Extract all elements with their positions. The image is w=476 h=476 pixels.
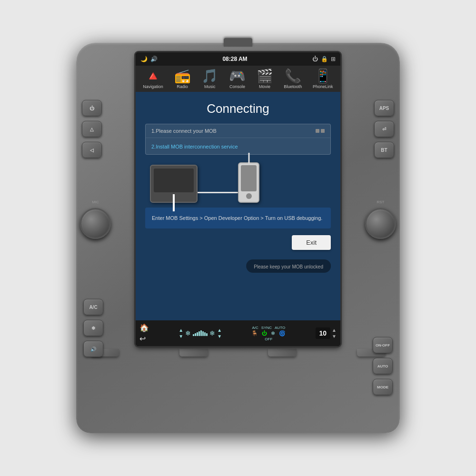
- navigation-label: Navigation: [143, 84, 163, 89]
- on-off-button-group: ON·OFF: [373, 337, 393, 353]
- main-screen: 🌙 🔊 08:28 AM ⏻ 🔒 ⊞ 🔺 Navigation 📻 Radio …: [136, 52, 340, 346]
- home-button[interactable]: 🏠: [139, 323, 149, 332]
- nav-item-movie[interactable]: 🎬 Movie: [257, 69, 273, 89]
- step1-text: 1.Please connect your MOB: [151, 128, 217, 134]
- power-climate-icon[interactable]: ⏻: [262, 330, 267, 336]
- music-label: Music: [204, 84, 216, 89]
- console-icon: 🎮: [229, 69, 246, 83]
- fan-down-arrow[interactable]: ▼: [178, 334, 183, 339]
- lock-icon: 🔒: [321, 56, 328, 62]
- bar4: [198, 331, 200, 336]
- right-side-buttons: APS ⏎ BT: [374, 100, 394, 158]
- fan-right-down-arrow[interactable]: ▼: [217, 334, 222, 339]
- usb-cable: [198, 192, 238, 193]
- fan-up-arrow[interactable]: ▲: [178, 327, 183, 333]
- temp-down-arrow[interactable]: ▼: [332, 334, 337, 339]
- temp-section: 10 ▲ ▼: [316, 327, 337, 339]
- nav-item-console[interactable]: 🎮 Console: [229, 69, 246, 89]
- on-off-button[interactable]: ON·OFF: [373, 337, 393, 353]
- fan-up-section: ▲ ▼ ❄ ❄: [178, 327, 222, 339]
- fan-arrows: ▲ ▼: [178, 327, 183, 339]
- status-bar: 🌙 🔊 08:28 AM ⏻ 🔒 ⊞: [136, 52, 340, 66]
- dot1: [316, 129, 319, 133]
- bar6: [202, 331, 204, 336]
- eject-button[interactable]: △: [82, 121, 102, 137]
- return-button-group: ⏎: [374, 121, 394, 137]
- unlock-text: Please keep your MOB unlocked: [254, 264, 323, 269]
- tablet-screen: [154, 169, 194, 192]
- layers-icon: ⊞: [331, 56, 336, 62]
- bar2: [195, 333, 196, 336]
- nav-item-radio[interactable]: 📻 Radio: [174, 69, 191, 89]
- bt-label: BT: [381, 148, 387, 153]
- dot2: [321, 129, 325, 133]
- nav-item-phonelink[interactable]: 📱 PhoneLink: [313, 69, 333, 89]
- climate-icons: 🪑 ⏻ ❄ 🌀: [251, 330, 286, 337]
- eject-button-group: △: [82, 121, 102, 137]
- left-knob[interactable]: [80, 208, 111, 239]
- fan-bars: [193, 330, 208, 336]
- temp-up-arrow[interactable]: ▲: [332, 327, 337, 333]
- back-button[interactable]: ◁: [82, 142, 102, 158]
- phone-cable-up: [248, 153, 249, 163]
- movie-icon: 🎬: [257, 69, 273, 83]
- speaker-icon: 🔊: [150, 56, 158, 62]
- nav-item-bluetooth[interactable]: 📞 Bluetooth: [284, 69, 302, 89]
- unlock-notice: Please keep your MOB unlocked: [246, 259, 331, 273]
- temp-value: 10: [316, 327, 331, 339]
- right-knob-area: RST: [365, 200, 396, 239]
- radio-label: Radio: [177, 84, 188, 89]
- seat-icon: 🪑: [251, 330, 258, 337]
- mount-tab-right1: [268, 349, 297, 357]
- phone-home-button: [246, 193, 252, 199]
- status-left: 🌙 🔊: [140, 56, 158, 62]
- bar3: [197, 332, 198, 336]
- vol-button-group: 🔊: [83, 341, 103, 357]
- cool-button[interactable]: ❄: [83, 320, 103, 336]
- fan-left-icon: ❄: [185, 329, 191, 337]
- cool-button-group: ❄: [83, 320, 103, 336]
- vol-button[interactable]: 🔊: [83, 341, 103, 357]
- step2-row: 2.Install MOB interconnection service: [146, 138, 330, 154]
- bluetooth-label: Bluetooth: [284, 84, 302, 89]
- aps-button-group: APS: [374, 100, 394, 116]
- auto-button[interactable]: AUTO: [373, 358, 393, 374]
- exit-button[interactable]: Exit: [292, 235, 331, 250]
- left-side-buttons: ⏻ △ ◁: [82, 100, 102, 158]
- main-content-area: Connecting 1.Please connect your MOB 2.I…: [136, 92, 340, 320]
- cable-area: [198, 192, 238, 193]
- nav-item-music[interactable]: 🎵 Music: [201, 69, 218, 89]
- tablet-device: [150, 165, 198, 203]
- mode-button[interactable]: MODE: [373, 379, 393, 395]
- car-head-unit: ⏻ △ ◁ APS ⏎ BT MIC RST: [76, 43, 400, 433]
- right-knob[interactable]: [365, 208, 396, 239]
- aps-button[interactable]: APS: [374, 100, 394, 116]
- movie-label: Movie: [259, 84, 270, 89]
- music-icon: 🎵: [201, 69, 218, 83]
- mic-label: MIC: [92, 200, 99, 204]
- fan-right-up-arrow[interactable]: ▲: [217, 327, 222, 333]
- tablet-cable-down: [173, 194, 175, 206]
- ac-button[interactable]: A/C: [83, 299, 103, 315]
- fan-right-arrows: ▲ ▼: [217, 327, 222, 339]
- go-back-button[interactable]: ↩: [139, 334, 149, 343]
- fan-right-icon: ❄: [209, 329, 215, 337]
- left-bottom-buttons: A/C ❄ 🔊: [83, 299, 103, 357]
- bottom-mounting-tabs: [76, 349, 400, 357]
- phonelink-icon: 📱: [315, 69, 331, 83]
- navigation-icon: 🔺: [145, 69, 161, 83]
- power-icon: ⏻: [312, 56, 318, 62]
- auto-button-group: AUTO: [373, 358, 393, 374]
- nav-item-navigation[interactable]: 🔺 Navigation: [143, 69, 163, 89]
- nav-bar: 🔺 Navigation 📻 Radio 🎵 Music 🎮 Console 🎬…: [136, 66, 340, 92]
- status-right: ⏻ 🔒 ⊞: [312, 56, 336, 62]
- bluetooth-icon: 📞: [285, 69, 301, 83]
- bar7: [204, 332, 206, 336]
- rst-label: RST: [377, 200, 385, 204]
- power-button[interactable]: ⏻: [82, 100, 102, 116]
- radio-icon: 📻: [174, 69, 191, 83]
- return-button[interactable]: ⏎: [374, 121, 394, 137]
- power-button-group: ⏻: [82, 100, 102, 116]
- bt-button[interactable]: BT: [374, 142, 394, 158]
- mode-button-group: MODE: [373, 379, 393, 395]
